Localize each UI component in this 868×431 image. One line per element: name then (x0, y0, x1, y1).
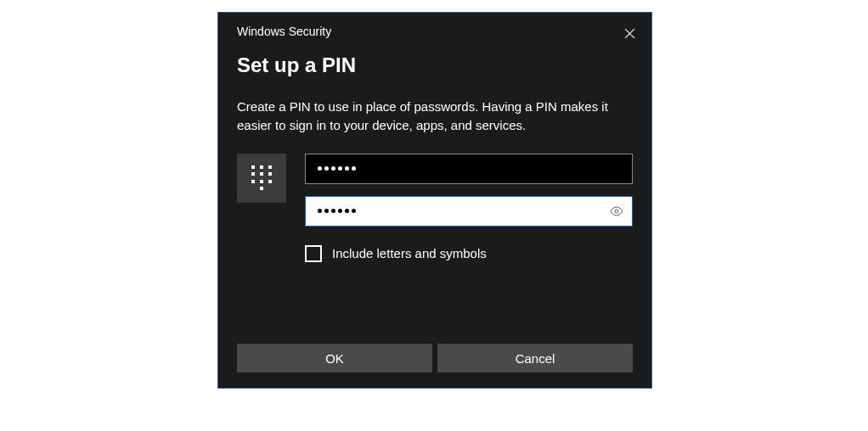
cancel-button[interactable]: Cancel (437, 344, 633, 372)
dialog-buttons: OK Cancel (237, 344, 633, 372)
include-letters-label: Include letters and symbols (332, 246, 487, 260)
pin-mask (318, 166, 356, 171)
confirm-pin-mask (318, 209, 356, 213)
include-letters-checkbox[interactable] (305, 245, 322, 262)
dialog-description: Create a PIN to use in place of password… (237, 98, 628, 135)
svg-point-2 (615, 210, 618, 213)
close-button[interactable] (617, 21, 641, 45)
pin-form: Include letters and symbols (237, 154, 633, 262)
dialog-header: Windows Security (218, 13, 651, 38)
include-letters-row[interactable]: Include letters and symbols (305, 245, 633, 262)
reveal-pin-button[interactable] (608, 203, 625, 220)
close-icon (624, 28, 635, 39)
new-pin-input[interactable] (305, 154, 633, 184)
windows-security-dialog: Windows Security Set up a PIN Create a P… (217, 12, 652, 389)
keypad-icon (237, 154, 286, 203)
dialog-title: Set up a PIN (237, 53, 633, 77)
pin-inputs: Include letters and symbols (305, 154, 633, 262)
eye-icon (610, 206, 623, 216)
ok-button[interactable]: OK (237, 344, 432, 372)
confirm-pin-input[interactable] (305, 196, 633, 227)
app-name: Windows Security (237, 25, 633, 38)
